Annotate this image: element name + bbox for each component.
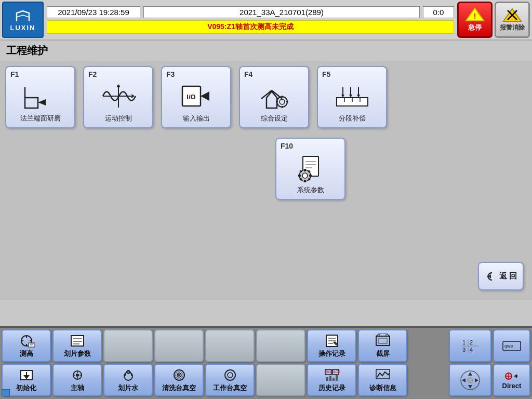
header: LUXIN 2021/09/23 19:28:59 2021_33A_21070… (0, 0, 532, 41)
arrows-icon (459, 369, 481, 391)
coord-display: 0:0 (423, 6, 454, 18)
toolbar-label-init: 初始化 (16, 383, 36, 393)
alarm-clear-button[interactable]: 报警消除 (495, 2, 530, 38)
header-center: 2021/09/23 19:28:59 2021_33A_210701(289)… (47, 6, 454, 34)
svg-text:SOS: SOS (333, 370, 340, 374)
header-buttons: ! 急停 报警消除 (457, 2, 530, 38)
func-btn-f5[interactable]: F5 (317, 66, 387, 128)
toolbar-btn-op-log[interactable]: 操作记录 (307, 329, 356, 362)
function-row-2: F10 (275, 138, 475, 200)
func-label-f10: 系统参数 (281, 185, 340, 195)
svg-marker-16 (201, 91, 209, 101)
func-btn-f3[interactable]: F3 I/O 输入输出 (161, 66, 231, 128)
history-log-icon: SOS SOS (324, 368, 340, 382)
func-btn-f10[interactable]: F10 (275, 138, 345, 200)
toolbar-btn-history-log[interactable]: SOS SOS 历史记录 (307, 364, 356, 396)
main-content: F1 法兰端面研磨 F2 (5, 66, 475, 295)
svg-text:1: 1 (462, 339, 466, 345)
back-button[interactable]: 返 回 (478, 262, 524, 290)
toolbar-label-history-log: 历史记录 (318, 383, 345, 393)
bottom-toolbar: 测高 划片参数 (0, 326, 532, 399)
toolbar-btn-water[interactable]: 划片水 (103, 364, 153, 396)
func-label-f1: 法兰端面研磨 (10, 114, 70, 123)
toolbar-btn-numpad[interactable]: 1 2 3 4 (449, 329, 491, 362)
func-key-f1: F1 (10, 70, 19, 78)
toolbar-btn-slice-params[interactable]: 划片参数 (52, 329, 102, 362)
toolbar-btn-measure[interactable]: 测高 (2, 329, 51, 362)
toolbar-btn-screenshot[interactable]: 截屏 (358, 329, 407, 362)
filename-display: 2021_33A_210701(289) (143, 6, 420, 18)
toolbar-btn-arrows[interactable] (449, 364, 491, 396)
svg-point-90 (225, 370, 235, 380)
toolbar-right-row2: Direct (449, 364, 530, 396)
svg-marker-6 (38, 99, 46, 105)
toolbar-btn-direct[interactable]: Direct (493, 364, 530, 396)
svg-rect-98 (332, 378, 335, 381)
ems-stop-button[interactable]: ! 急停 (457, 2, 493, 38)
svg-point-91 (228, 373, 233, 378)
toolbar-btn-diag-info[interactable]: 诊断信息 (358, 364, 407, 396)
func-icon-f2 (88, 78, 148, 114)
toolbar-btn-empty-5 (256, 364, 305, 396)
logo-text: LUXIN (10, 24, 36, 32)
svg-marker-113 (462, 378, 466, 382)
toolbar-label-spindle: 主轴 (71, 383, 84, 393)
func-btn-f1[interactable]: F1 法兰端面研磨 (5, 66, 75, 128)
measure-icon (18, 334, 35, 348)
toolbar-row-2: 初始化 主轴 (2, 364, 446, 396)
toolbar-btn-clean-vacuum[interactable]: 清洗台真空 (154, 364, 204, 396)
svg-marker-111 (468, 372, 472, 376)
toolbar-btn-keyboard[interactable]: qwe (493, 329, 530, 362)
ems-icon: ! (465, 7, 485, 22)
svg-text:3: 3 (462, 347, 466, 353)
spindle-icon (69, 368, 86, 382)
toolbar-label-clean-vacuum: 清洗台真空 (162, 383, 196, 393)
toolbar-label-screenshot: 截屏 (376, 349, 390, 358)
svg-point-21 (280, 99, 285, 104)
func-key-f3: F3 (166, 70, 175, 78)
toolbar-btn-work-vacuum[interactable]: 工作台真空 (205, 364, 255, 396)
func-label-f3: 输入输出 (166, 114, 226, 123)
svg-rect-45 (309, 175, 312, 177)
page-title: 工程维护 (0, 41, 532, 61)
logo-icon (12, 8, 33, 24)
function-row-1: F1 法兰端面研磨 F2 (5, 66, 475, 128)
toolbar-label-measure: 测高 (20, 349, 33, 358)
clean-vacuum-icon (171, 368, 188, 382)
alarm-icon (502, 8, 522, 22)
logo: LUXIN (2, 2, 44, 38)
toolbar-btn-spindle[interactable]: 主轴 (52, 364, 102, 396)
svg-rect-96 (326, 377, 328, 381)
svg-rect-42 (304, 169, 306, 171)
op-log-icon (324, 334, 340, 348)
toolbar-row-1: 测高 划片参数 (2, 329, 446, 362)
keyboard-icon: qwe (502, 340, 522, 352)
slice-params-icon (69, 334, 86, 348)
svg-text:I/O: I/O (187, 93, 195, 101)
back-icon (485, 271, 496, 282)
back-label: 返 回 (499, 271, 517, 281)
svg-text:2: 2 (470, 339, 473, 345)
svg-point-79 (76, 374, 79, 377)
svg-marker-114 (475, 378, 478, 382)
toolbar-btn-empty-2 (154, 329, 204, 362)
func-btn-f2[interactable]: F2 运动控制 (83, 66, 153, 128)
toolbar-label-slice-params: 划片参数 (64, 349, 91, 358)
svg-rect-5 (25, 98, 38, 108)
toolbar-label-diag-info: 诊断信息 (369, 383, 396, 393)
toolbar-right: 1 2 3 4 qwe (449, 329, 530, 397)
toolbar-label-direct: Direct (502, 382, 522, 390)
func-btn-f4[interactable]: F4 综合设定 (239, 66, 309, 128)
svg-rect-44 (298, 175, 301, 177)
toolbar-right-row1: 1 2 3 4 qwe (449, 329, 530, 362)
func-icon-f10 (281, 150, 340, 185)
func-icon-f4 (244, 78, 304, 114)
svg-point-115 (468, 378, 473, 383)
func-icon-f3: I/O (166, 78, 226, 114)
toolbar-container: 测高 划片参数 (0, 326, 532, 399)
datetime-display: 2021/09/23 19:28:59 (47, 6, 140, 18)
status-indicator (2, 389, 10, 396)
func-key-f2: F2 (88, 70, 97, 78)
func-key-f10: F10 (281, 142, 293, 150)
toolbar-label-op-log: 操作记录 (318, 349, 345, 358)
